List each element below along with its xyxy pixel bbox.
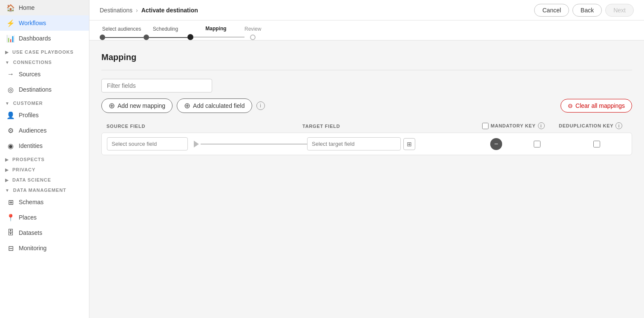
sidebar-item-monitoring[interactable]: ⊟ Monitoring	[0, 240, 89, 256]
section-label-privacy: PRIVACY	[12, 167, 35, 172]
add-icon: ⊕	[109, 102, 115, 110]
sidebar-label-workflows: Workflows	[19, 20, 46, 26]
next-button: Next	[605, 4, 634, 17]
sidebar-item-home[interactable]: 🏠 Home	[0, 0, 89, 15]
cancel-button[interactable]: Cancel	[534, 4, 569, 17]
sidebar-label-destinations: Destinations	[19, 86, 52, 93]
add-calculated-button[interactable]: ⊕ Add calculated field	[177, 98, 252, 113]
info-icon[interactable]: i	[256, 101, 265, 110]
sidebar-label-identities: Identities	[19, 142, 43, 149]
sidebar-label-datasets: Datasets	[19, 229, 42, 236]
section-use-case-playbooks[interactable]: ▶ USE CASE PLAYBOOKS	[0, 46, 89, 56]
stepper-bar: Select audiences Scheduling Mapping	[89, 20, 644, 40]
sidebar-item-datasets[interactable]: 🗄 Datasets	[0, 225, 89, 240]
step-dot-scheduling	[144, 35, 149, 40]
sidebar-item-audiences[interactable]: ⚙ Audiences	[0, 123, 89, 138]
dedup-info-icon[interactable]: i	[615, 122, 622, 129]
breadcrumb-parent[interactable]: Destinations	[100, 7, 132, 14]
add-mapping-button[interactable]: ⊕ Add new mapping	[101, 98, 172, 113]
chevron-right-icon: ▶	[5, 50, 9, 55]
source-field-input[interactable]	[107, 137, 188, 150]
profiles-icon: 👤	[7, 111, 14, 119]
sidebar: 🏠 Home ⚡ Workflows 📊 Dashboards ▶ USE CA…	[0, 0, 89, 318]
main-panel: Destinations › Activate destination Canc…	[89, 0, 644, 318]
mapping-column-headers: SOURCE FIELD TARGET FIELD MANDATORY KEY …	[101, 122, 632, 133]
step-line-1	[105, 37, 144, 38]
dedup-key-header: DEDUPLICATION KEY i	[559, 122, 627, 129]
add-calc-icon: ⊕	[184, 102, 190, 110]
connector-line	[201, 144, 307, 145]
section-customer[interactable]: ▼ CUSTOMER	[0, 97, 89, 107]
target-expand-button[interactable]: ⊞	[403, 138, 415, 150]
step-label-audiences: Select audiences	[102, 26, 141, 32]
chevron-right-data-science: ▶	[5, 178, 9, 182]
top-header: Destinations › Activate destination Canc…	[89, 0, 644, 20]
section-data-management[interactable]: ▼ DATA MANAGEMENT	[0, 184, 89, 194]
section-label-prospects: PROSPECTS	[12, 157, 45, 162]
sidebar-label-profiles: Profiles	[19, 112, 39, 119]
section-prospects[interactable]: ▶ PROSPECTS	[0, 153, 89, 164]
step-dot-mapping	[187, 34, 193, 40]
dashboards-icon: 📊	[7, 35, 14, 42]
breadcrumb-separator: ›	[136, 7, 138, 14]
mandatory-key-header: MANDATORY KEY i	[482, 122, 559, 129]
clear-mappings-button[interactable]: ⊖ Clear all mappings	[561, 99, 632, 113]
sidebar-label-places: Places	[19, 214, 37, 221]
chevron-down-icon-customer: ▼	[5, 101, 10, 106]
back-button[interactable]: Back	[572, 4, 602, 17]
sidebar-item-sources[interactable]: → Sources	[0, 66, 89, 82]
step-label-scheduling: Scheduling	[153, 26, 178, 32]
sidebar-item-workflows[interactable]: ⚡ Workflows	[0, 15, 89, 31]
sources-icon: →	[7, 70, 14, 78]
breadcrumb-current: Activate destination	[141, 7, 198, 14]
monitoring-icon: ⊟	[7, 244, 14, 252]
section-data-science[interactable]: ▶ DATA SCIENCE	[0, 174, 89, 184]
sidebar-item-profiles[interactable]: 👤 Profiles	[0, 107, 89, 123]
chevron-down-icon: ▼	[5, 60, 10, 65]
destinations-icon: ◎	[7, 86, 14, 93]
section-label-connections: CONNECTIONS	[13, 60, 52, 65]
step-label-mapping: Mapping	[205, 26, 226, 32]
filter-input[interactable]	[101, 79, 212, 93]
chevron-down-data-management: ▼	[5, 188, 10, 193]
target-field-input[interactable]	[307, 137, 401, 150]
sidebar-item-dashboards[interactable]: 📊 Dashboards	[0, 31, 89, 46]
places-icon: 📍	[7, 214, 14, 221]
chevron-right-prospects: ▶	[5, 157, 9, 162]
schemas-icon: ⊞	[7, 198, 14, 206]
section-privacy[interactable]: ▶ PRIVACY	[0, 164, 89, 174]
sidebar-item-schemas[interactable]: ⊞ Schemas	[0, 194, 89, 210]
section-label-use-case: USE CASE PLAYBOOKS	[12, 49, 74, 55]
sidebar-item-destinations[interactable]: ◎ Destinations	[0, 82, 89, 97]
section-connections[interactable]: ▼ CONNECTIONS	[0, 56, 89, 66]
source-field-cell	[107, 137, 192, 150]
step-dot-review	[250, 35, 256, 40]
dedup-checkbox[interactable]	[593, 141, 600, 147]
remove-mapping-button[interactable]: −	[490, 138, 502, 150]
audiences-icon: ⚙	[7, 127, 14, 134]
mandatory-info-icon[interactable]: i	[538, 122, 545, 129]
step-dot-audiences	[100, 35, 105, 40]
sidebar-item-places[interactable]: 📍 Places	[0, 210, 89, 225]
sidebar-label-schemas: Schemas	[19, 199, 43, 205]
mapping-title: Mapping	[101, 52, 632, 70]
title-divider	[101, 70, 632, 70]
sidebar-item-identities[interactable]: ◉ Identities	[0, 138, 89, 153]
mandatory-checkbox[interactable]	[534, 141, 540, 147]
mandatory-header-checkbox[interactable]	[482, 123, 489, 129]
section-label-data-science: DATA SCIENCE	[12, 177, 51, 182]
source-field-header: SOURCE FIELD	[106, 122, 302, 129]
datasets-icon: 🗄	[7, 229, 14, 237]
sidebar-label-dashboards: Dashboards	[19, 35, 51, 42]
field-connector	[192, 141, 307, 147]
section-label-data-management: DATA MANAGEMENT	[13, 188, 66, 193]
arrow-icon[interactable]	[194, 141, 199, 147]
identities-icon: ◉	[7, 142, 14, 150]
home-icon: 🏠	[7, 4, 14, 12]
mandatory-checkbox-cell	[507, 141, 567, 147]
step-label-review: Review	[244, 26, 261, 32]
minus-icon: ⊖	[568, 102, 573, 109]
chevron-right-privacy: ▶	[5, 168, 9, 172]
step-line-2	[149, 37, 187, 38]
target-field-cell: ⊞	[307, 137, 485, 150]
